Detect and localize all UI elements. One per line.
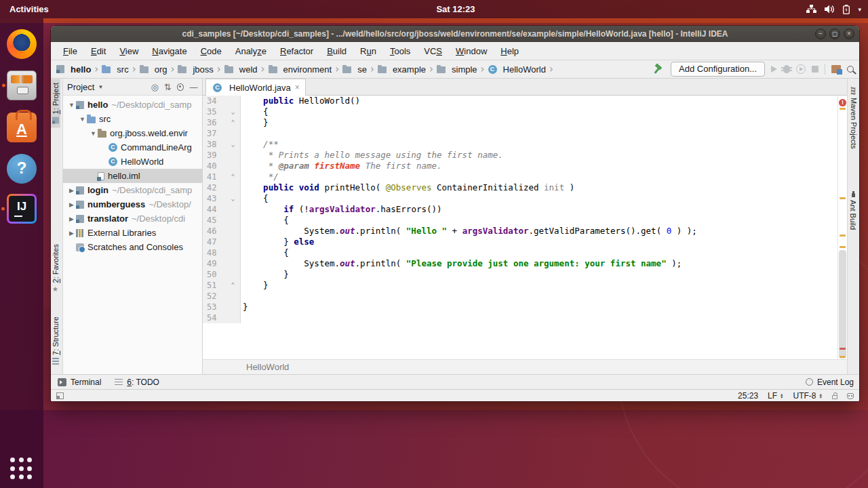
code-line-41[interactable]: 41⌃ */ <box>203 171 837 182</box>
menu-analyze[interactable]: Analyze <box>229 46 273 56</box>
tree-item-login[interactable]: ▶login~/Desktop/cdi_samp <box>63 183 202 197</box>
code-line-51[interactable]: 51⌃ } <box>203 280 837 291</box>
menu-file[interactable]: File <box>56 46 84 56</box>
code-line-43[interactable]: 43⌄ { <box>203 193 837 204</box>
menu-vcs[interactable]: VCS <box>417 46 449 56</box>
hide-panel-icon[interactable]: — <box>189 82 198 92</box>
code-line-35[interactable]: 35⌄ { <box>203 106 837 117</box>
event-log-button[interactable]: Event Log <box>806 378 854 387</box>
dock-intellij-idea[interactable] <box>7 194 37 224</box>
crumb-environment[interactable]: environment <box>269 64 332 75</box>
warning-mark[interactable] <box>840 108 846 110</box>
maximize-button[interactable]: ◻ <box>829 28 840 39</box>
tool-stripe-structure[interactable]: 7: Structure <box>51 312 60 369</box>
tree-item-commandlinearg[interactable]: CCommandLineArg <box>63 140 202 155</box>
code-line-34[interactable]: 34 public HelloWorld() <box>203 96 837 106</box>
crumb-weld[interactable]: weld <box>224 64 258 75</box>
gear-icon[interactable] <box>177 83 184 91</box>
fold-marker-icon[interactable]: ⌃ <box>226 117 241 128</box>
code-line-45[interactable]: 45 { <box>203 215 837 226</box>
crumb-example[interactable]: example <box>378 64 426 75</box>
menu-navigate[interactable]: Navigate <box>145 46 193 56</box>
tool-stripe-ant-build[interactable]: Ant Build <box>848 187 858 234</box>
coverage-icon[interactable] <box>796 64 806 74</box>
code-line-42[interactable]: 42 public void printHello( @Observes Con… <box>203 182 837 193</box>
line-ending-selector[interactable]: LF ▲▼ <box>768 391 783 401</box>
error-indicator-icon[interactable]: ! <box>839 99 846 106</box>
code-line-39[interactable]: 39 * Prints a hello message using the fi… <box>203 150 837 161</box>
project-view-selector[interactable]: Project ▼ <box>67 82 103 92</box>
warning-mark[interactable] <box>840 235 846 237</box>
panel-toggle-icon[interactable] <box>56 392 64 399</box>
menu-code[interactable]: Code <box>194 46 229 56</box>
editor-breadcrumb[interactable]: HelloWorld <box>203 359 847 374</box>
system-tray[interactable]: ▾ <box>806 5 861 14</box>
menu-window[interactable]: Window <box>449 46 494 56</box>
stop-icon[interactable] <box>812 66 818 73</box>
error-stripe[interactable]: ! <box>837 96 847 359</box>
warning-mark[interactable] <box>840 246 846 248</box>
tool-stripe-project[interactable]: 1: Project <box>51 79 60 127</box>
show-applications-grid-icon[interactable] <box>10 458 33 481</box>
todo-button[interactable]: 6: TODO <box>108 375 166 389</box>
tree-item-org-jboss-weld-envir[interactable]: ▼org.jboss.weld.envir <box>63 126 202 140</box>
breadcrumb-class[interactable]: HelloWorld <box>246 362 289 372</box>
lock-icon[interactable] <box>832 395 837 399</box>
scrollbar-thumb[interactable] <box>839 250 846 359</box>
project-structure-icon[interactable] <box>831 65 841 73</box>
minimize-button[interactable]: − <box>815 28 826 39</box>
code-line-50[interactable]: 50 } <box>203 269 837 280</box>
tool-stripe-maven-projects[interactable]: mMaven Projects <box>848 82 859 153</box>
collapse-all-icon[interactable]: ⇅ <box>164 82 172 92</box>
tree-item-hello[interactable]: ▼hello~/Desktop/cdi_samp <box>63 98 202 112</box>
clock[interactable]: Sat 12:23 <box>436 4 475 14</box>
collapse-arrow-icon[interactable]: ▶ <box>67 230 76 237</box>
menu-edit[interactable]: Edit <box>84 46 113 56</box>
crumb-org[interactable]: org <box>140 64 167 75</box>
terminal-button[interactable]: Terminal <box>51 375 108 389</box>
code-line-38[interactable]: 38⌄ /** <box>203 139 837 150</box>
crumb-hello[interactable]: hello <box>56 64 91 75</box>
crumb-jboss[interactable]: jboss <box>178 64 213 75</box>
tool-stripe-favorites[interactable]: ★2: Favorites <box>51 240 60 297</box>
window-titlebar[interactable]: cdi_samples [~/Desktop/cdi_samples] - ..… <box>51 26 859 42</box>
close-icon[interactable]: × <box>295 83 300 92</box>
collapse-arrow-icon[interactable]: ▶ <box>67 201 76 208</box>
code-line-52[interactable]: 52 <box>203 291 837 302</box>
menu-tools[interactable]: Tools <box>383 46 417 56</box>
tree-item-helloworld[interactable]: CHelloWorld <box>63 155 202 169</box>
dock-file-cabinet[interactable] <box>7 70 37 100</box>
code-line-49[interactable]: 49 System.out.println( "Please provide j… <box>203 258 837 269</box>
code-area[interactable]: 34 public HelloWorld()35⌄ {36⌃ }3738⌄ /*… <box>203 96 837 359</box>
code-line-54[interactable]: 54 <box>203 312 837 323</box>
collapse-arrow-icon[interactable]: ▶ <box>67 187 76 194</box>
dock-ubuntu-software[interactable] <box>7 113 37 142</box>
run-icon[interactable] <box>771 66 777 73</box>
warning-mark[interactable] <box>840 356 846 358</box>
expand-arrow-icon[interactable]: ▼ <box>67 102 76 108</box>
menu-build[interactable]: Build <box>320 46 353 56</box>
locate-file-icon[interactable]: ◎ <box>151 82 158 92</box>
build-hammer-icon[interactable] <box>654 64 665 75</box>
code-line-37[interactable]: 37 <box>203 128 837 139</box>
crumb-se[interactable]: se <box>342 64 367 75</box>
code-line-46[interactable]: 46 System.out.println( "Hello " + argsVa… <box>203 226 837 237</box>
code-line-48[interactable]: 48 { <box>203 247 837 258</box>
tree-item-scratches-and-consoles[interactable]: Scratches and Consoles <box>63 240 202 254</box>
crumb-simple[interactable]: simple <box>437 64 477 75</box>
warning-mark[interactable] <box>840 348 846 350</box>
debug-icon[interactable] <box>783 65 790 73</box>
activities-button[interactable]: Activities <box>9 4 49 14</box>
tab-helloworld-java[interactable]: C HelloWorld.java × <box>205 79 306 96</box>
expand-arrow-icon[interactable]: ▼ <box>78 116 87 123</box>
tree-item-hello-iml[interactable]: hello.iml <box>63 169 202 183</box>
menu-view[interactable]: View <box>113 46 145 56</box>
code-line-40[interactable]: 40 * @param firstName The first name. <box>203 161 837 171</box>
tree-item-external-libraries[interactable]: ▶External Libraries <box>63 226 202 240</box>
crumb-helloworld[interactable]: CHelloWorld <box>488 64 546 75</box>
crumb-src[interactable]: src <box>102 64 128 75</box>
menu-help[interactable]: Help <box>494 46 526 56</box>
fold-marker-icon[interactable]: ⌄ <box>226 106 241 117</box>
encoding-selector[interactable]: UTF-8 ▲▼ <box>793 391 823 401</box>
dock-help[interactable] <box>7 154 37 184</box>
